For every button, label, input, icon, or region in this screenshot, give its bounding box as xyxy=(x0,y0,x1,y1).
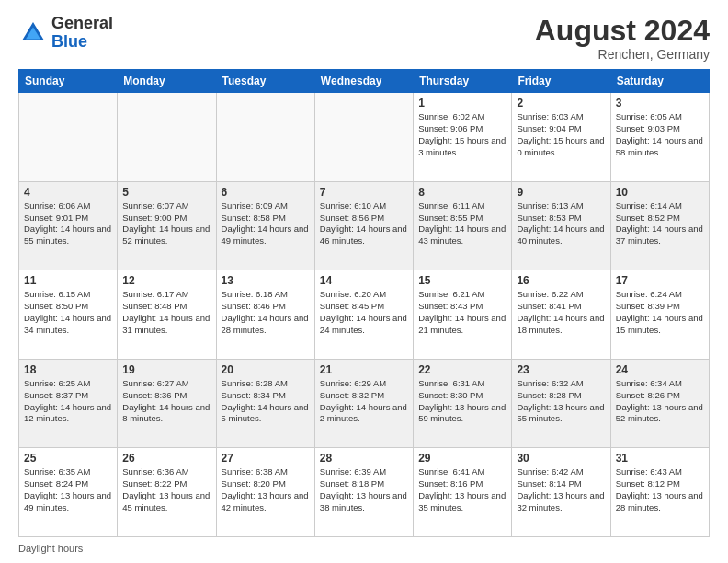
col-wednesday: Wednesday xyxy=(314,70,413,93)
calendar-cell: 21Sunrise: 6:29 AMSunset: 8:32 PMDayligh… xyxy=(314,359,413,448)
cell-sun-info: Sunrise: 6:17 AMSunset: 8:48 PMDaylight:… xyxy=(122,289,210,336)
day-number: 15 xyxy=(418,274,506,287)
cell-sun-info: Sunrise: 6:36 AMSunset: 8:22 PMDaylight:… xyxy=(122,466,210,513)
cell-sun-info: Sunrise: 6:22 AMSunset: 8:41 PMDaylight:… xyxy=(517,289,605,336)
cell-sun-info: Sunrise: 6:20 AMSunset: 8:45 PMDaylight:… xyxy=(320,289,408,336)
day-number: 23 xyxy=(517,363,605,376)
calendar-cell xyxy=(118,93,216,182)
cell-sun-info: Sunrise: 6:27 AMSunset: 8:36 PMDaylight:… xyxy=(122,378,210,425)
calendar-cell: 17Sunrise: 6:24 AMSunset: 8:39 PMDayligh… xyxy=(610,270,709,360)
cell-sun-info: Sunrise: 6:24 AMSunset: 8:39 PMDaylight:… xyxy=(616,289,704,336)
day-number: 10 xyxy=(616,186,704,199)
day-number: 30 xyxy=(517,452,605,465)
day-number: 5 xyxy=(122,186,210,199)
day-number: 20 xyxy=(222,363,310,376)
col-friday: Friday xyxy=(512,70,610,93)
cell-sun-info: Sunrise: 6:10 AMSunset: 8:56 PMDaylight:… xyxy=(320,201,408,247)
logo-text: General Blue xyxy=(51,15,113,52)
day-number: 25 xyxy=(24,452,112,465)
day-number: 16 xyxy=(517,274,605,287)
calendar-week-row: 25Sunrise: 6:35 AMSunset: 8:24 PMDayligh… xyxy=(19,448,710,537)
calendar-cell: 16Sunrise: 6:22 AMSunset: 8:41 PMDayligh… xyxy=(512,270,610,360)
day-number: 22 xyxy=(418,363,506,376)
cell-sun-info: Sunrise: 6:35 AMSunset: 8:24 PMDaylight:… xyxy=(24,466,112,513)
cell-sun-info: Sunrise: 6:02 AMSunset: 9:06 PMDaylight:… xyxy=(418,111,506,158)
cell-sun-info: Sunrise: 6:38 AMSunset: 8:20 PMDaylight:… xyxy=(222,466,310,513)
day-number: 27 xyxy=(222,452,310,465)
cell-sun-info: Sunrise: 6:29 AMSunset: 8:32 PMDaylight:… xyxy=(320,378,408,425)
calendar-cell xyxy=(314,93,413,182)
day-number: 17 xyxy=(616,274,704,287)
day-number: 19 xyxy=(122,363,210,376)
calendar-cell: 2Sunrise: 6:03 AMSunset: 9:04 PMDaylight… xyxy=(512,93,610,182)
calendar-cell: 28Sunrise: 6:39 AMSunset: 8:18 PMDayligh… xyxy=(314,448,413,537)
calendar-cell: 7Sunrise: 6:10 AMSunset: 8:56 PMDaylight… xyxy=(314,181,413,270)
day-number: 14 xyxy=(320,274,408,287)
day-number: 3 xyxy=(616,97,704,109)
cell-sun-info: Sunrise: 6:43 AMSunset: 8:12 PMDaylight:… xyxy=(616,466,704,513)
day-number: 6 xyxy=(222,186,310,199)
cell-sun-info: Sunrise: 6:03 AMSunset: 9:04 PMDaylight:… xyxy=(517,111,605,158)
calendar-week-row: 11Sunrise: 6:15 AMSunset: 8:50 PMDayligh… xyxy=(19,270,710,360)
calendar-cell: 31Sunrise: 6:43 AMSunset: 8:12 PMDayligh… xyxy=(610,448,709,537)
logo: General Blue xyxy=(18,15,113,52)
calendar-cell: 6Sunrise: 6:09 AMSunset: 8:58 PMDaylight… xyxy=(216,181,314,270)
logo-general: General xyxy=(51,14,113,32)
cell-sun-info: Sunrise: 6:13 AMSunset: 8:53 PMDaylight:… xyxy=(517,201,605,247)
calendar-week-row: 4Sunrise: 6:06 AMSunset: 9:01 PMDaylight… xyxy=(19,181,710,270)
day-number: 7 xyxy=(320,186,408,199)
calendar-cell: 1Sunrise: 6:02 AMSunset: 9:06 PMDaylight… xyxy=(414,93,512,182)
day-number: 11 xyxy=(24,274,112,287)
title-block: August 2024 Renchen, Germany xyxy=(535,15,710,62)
cell-sun-info: Sunrise: 6:21 AMSunset: 8:43 PMDaylight:… xyxy=(418,289,506,336)
cell-sun-info: Sunrise: 6:32 AMSunset: 8:28 PMDaylight:… xyxy=(517,378,605,425)
calendar-header-row: Sunday Monday Tuesday Wednesday Thursday… xyxy=(19,70,710,93)
day-number: 4 xyxy=(24,186,112,199)
calendar-cell: 23Sunrise: 6:32 AMSunset: 8:28 PMDayligh… xyxy=(512,359,610,448)
day-number: 1 xyxy=(418,97,506,109)
day-number: 26 xyxy=(122,452,210,465)
day-number: 21 xyxy=(320,363,408,376)
calendar-cell: 14Sunrise: 6:20 AMSunset: 8:45 PMDayligh… xyxy=(314,270,413,360)
day-number: 29 xyxy=(418,452,506,465)
calendar-cell: 26Sunrise: 6:36 AMSunset: 8:22 PMDayligh… xyxy=(118,448,216,537)
calendar-cell: 24Sunrise: 6:34 AMSunset: 8:26 PMDayligh… xyxy=(610,359,709,448)
calendar-cell: 12Sunrise: 6:17 AMSunset: 8:48 PMDayligh… xyxy=(118,270,216,360)
calendar-week-row: 18Sunrise: 6:25 AMSunset: 8:37 PMDayligh… xyxy=(19,359,710,448)
cell-sun-info: Sunrise: 6:39 AMSunset: 8:18 PMDaylight:… xyxy=(320,466,408,513)
day-number: 31 xyxy=(616,452,704,465)
month-title: August 2024 xyxy=(535,15,710,47)
page: General Blue August 2024 Renchen, German… xyxy=(0,0,728,563)
daylight-label: Daylight hours xyxy=(18,543,83,554)
col-saturday: Saturday xyxy=(610,70,709,93)
day-number: 8 xyxy=(418,186,506,199)
day-number: 9 xyxy=(517,186,605,199)
header: General Blue August 2024 Renchen, German… xyxy=(18,15,710,62)
col-monday: Monday xyxy=(118,70,216,93)
calendar-cell: 27Sunrise: 6:38 AMSunset: 8:20 PMDayligh… xyxy=(216,448,314,537)
logo-icon xyxy=(18,18,48,48)
calendar-cell: 22Sunrise: 6:31 AMSunset: 8:30 PMDayligh… xyxy=(414,359,512,448)
calendar-cell: 15Sunrise: 6:21 AMSunset: 8:43 PMDayligh… xyxy=(414,270,512,360)
day-number: 12 xyxy=(122,274,210,287)
cell-sun-info: Sunrise: 6:15 AMSunset: 8:50 PMDaylight:… xyxy=(24,289,112,336)
cell-sun-info: Sunrise: 6:14 AMSunset: 8:52 PMDaylight:… xyxy=(616,201,704,247)
calendar-cell: 29Sunrise: 6:41 AMSunset: 8:16 PMDayligh… xyxy=(414,448,512,537)
day-number: 18 xyxy=(24,363,112,376)
cell-sun-info: Sunrise: 6:41 AMSunset: 8:16 PMDaylight:… xyxy=(418,466,506,513)
day-number: 2 xyxy=(517,97,605,109)
calendar-cell: 13Sunrise: 6:18 AMSunset: 8:46 PMDayligh… xyxy=(216,270,314,360)
col-sunday: Sunday xyxy=(19,70,118,93)
logo-blue: Blue xyxy=(51,32,87,51)
calendar-week-row: 1Sunrise: 6:02 AMSunset: 9:06 PMDaylight… xyxy=(19,93,710,182)
calendar-cell: 3Sunrise: 6:05 AMSunset: 9:03 PMDaylight… xyxy=(610,93,709,182)
col-thursday: Thursday xyxy=(414,70,512,93)
calendar-cell: 10Sunrise: 6:14 AMSunset: 8:52 PMDayligh… xyxy=(610,181,709,270)
cell-sun-info: Sunrise: 6:18 AMSunset: 8:46 PMDaylight:… xyxy=(222,289,310,336)
cell-sun-info: Sunrise: 6:07 AMSunset: 9:00 PMDaylight:… xyxy=(122,201,210,247)
cell-sun-info: Sunrise: 6:25 AMSunset: 8:37 PMDaylight:… xyxy=(24,378,112,425)
cell-sun-info: Sunrise: 6:05 AMSunset: 9:03 PMDaylight:… xyxy=(616,111,704,158)
day-number: 13 xyxy=(222,274,310,287)
calendar-cell: 18Sunrise: 6:25 AMSunset: 8:37 PMDayligh… xyxy=(19,359,118,448)
calendar-cell: 25Sunrise: 6:35 AMSunset: 8:24 PMDayligh… xyxy=(19,448,118,537)
